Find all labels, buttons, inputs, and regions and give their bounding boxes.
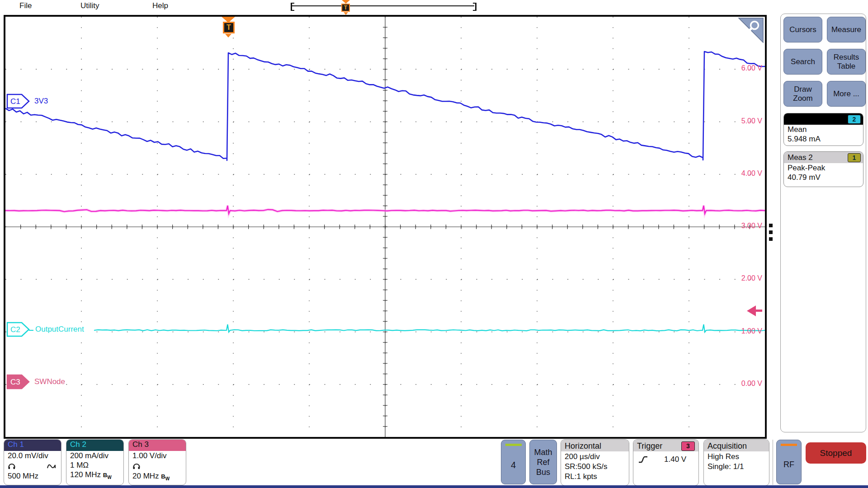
handle-dot [769,224,773,227]
bottom-bar-divider [773,440,773,485]
slider-right-bracket-icon [473,3,476,11]
waveform-display[interactable]: 6.00 V5.00 V4.00 V3.00 V2.00 V1.00 V0.00… [4,15,767,439]
channel-2-badge[interactable]: Ch 2 200 mA/div 1 MΩ 120 MHz BW [66,439,124,485]
channel-1-title: Ch 1 [4,440,61,451]
channel-4-color-bar [505,444,522,446]
measurement-1-source-badge[interactable]: 2 [848,115,861,124]
rf-label: RF [777,460,801,469]
ref-label: Ref [530,457,557,467]
axis-label: 5.00 V [741,117,762,125]
probe-icon [8,463,16,470]
axis-label: 1.00 V [741,327,762,335]
axis-label: 3.00 V [741,222,762,230]
channel-4-label: 4 [501,460,525,470]
panel-button-grid: Cursors Measure Search Results Table Dra… [783,17,866,107]
handle-dot [769,237,773,241]
results-bar-handle[interactable] [769,224,773,244]
channel-badge-c3[interactable]: C3 [6,374,31,390]
cursors-button[interactable]: Cursors [783,17,822,42]
math-ref-bus-button[interactable]: Math Ref Bus [529,440,557,484]
measurement-2-source-badge[interactable]: 1 [848,153,861,162]
measurement-1-name: Mean [784,125,863,134]
measurement-1-value: 5.948 mA [784,134,863,144]
measurement-card-2[interactable]: Meas 2 1 Peak-Peak 40.79 mV [783,151,863,187]
acquisition-single: Single: 1/1 [704,461,769,471]
acquisition-badge[interactable]: Acquisition High Res Single: 1/1 [703,439,769,486]
bandwidth-limit-icon: BW [103,472,112,479]
channel-1-scale: 20.0 mV/div [4,451,61,460]
rising-edge-icon [638,455,649,464]
measurement-2-name: Peak-Peak [784,163,863,173]
acquisition-status-button[interactable]: Stopped [806,442,866,464]
menu-help[interactable]: Help [152,1,168,10]
search-button[interactable]: Search [783,49,822,75]
right-control-panel: Cursors Measure Search Results Table Dra… [780,14,866,432]
horizontal-badge[interactable]: Horizontal 200 µs/div SR:500 kS/s RL:1 k… [561,439,629,486]
channel-label-outputcurrent[interactable]: OutputCurrent [34,325,85,334]
trigger-title: Trigger [637,441,662,451]
channel-badge-c2-label: C2 [10,325,20,334]
trigger-level-arrow-icon[interactable] [747,305,756,316]
channel-label-3v3[interactable]: 3V3 [33,97,49,106]
bus-label: Bus [530,467,557,477]
coupling-icon [47,463,57,470]
axis-label: 6.00 V [741,64,762,72]
trigger-badge[interactable]: Trigger 3 1.40 V [633,439,699,486]
channel-2-scale: 200 mA/div [66,451,123,460]
rf-color-bar [781,444,797,446]
horizontal-title: Horizontal [565,441,601,451]
handle-dot [769,230,773,234]
bandwidth-limit-icon: BW [161,473,170,480]
horizontal-sample-rate: SR:500 kS/s [561,461,629,471]
acquisition-title: Acquisition [708,441,747,451]
channel-4-button[interactable]: 4 [501,440,526,484]
probe-icon [132,463,141,470]
channel-badge-c1[interactable]: C1 [6,93,31,109]
menu-utility[interactable]: Utility [80,1,99,10]
channel-badge-c2[interactable]: C2 [6,321,31,338]
results-table-button[interactable]: Results Table [827,49,866,75]
channel-1-badge[interactable]: Ch 1 20.0 mV/div 500 MHz [4,439,61,485]
slider-track [292,5,474,6]
trigger-source-badge: 3 [681,441,695,451]
zoom-corner-control[interactable] [738,17,765,45]
screen-bottom-strip [0,485,868,488]
horizontal-record-len: RL:1 kpts [561,471,629,481]
slider-left-bracket-icon [291,3,294,11]
channel-3-badge[interactable]: Ch 3 1.00 V/div 20 MHz BW [128,439,186,485]
draw-zoom-button[interactable]: Draw Zoom [783,81,822,107]
trigger-flag-tail-icon [225,34,231,38]
more-button[interactable]: More ... [827,81,866,107]
waveform-canvas[interactable] [5,17,765,437]
acquisition-mode: High Res [704,451,769,461]
channel-3-bandwidth: 20 MHz BW [129,471,186,481]
axis-label: 0.00 V [741,380,762,388]
measure-button[interactable]: Measure [827,17,866,42]
channel-2-termination: 1 MΩ [66,460,123,470]
measurement-2-title: Meas 2 [788,153,813,162]
math-label: Math [530,447,557,457]
outputcurrent-waveform[interactable] [29,324,765,332]
trigger-position-pointer-icon [342,0,350,4]
axis-label: 4.00 V [741,169,762,178]
channel-badge-c3-label: C3 [10,378,20,386]
channel-3-scale: 1.00 V/div [129,451,186,460]
magnifier-icon [738,17,765,45]
menu-file[interactable]: File [19,1,32,10]
trigger-level-arrow-stem [756,310,762,312]
channel-2-title: Ch 2 [66,440,123,451]
trigger-level: 1.40 V [664,455,686,464]
channel-2-bandwidth: 120 MHz BW [66,470,123,480]
trigger-flag-marker[interactable]: T [223,22,235,33]
measurement-card-1[interactable]: 2 Mean 5.948 mA [783,113,863,146]
axis-label: 2.00 V [741,274,762,282]
trigger-position-marker[interactable]: T [341,4,350,12]
oscilloscope-screen: File Utility Help T 6.00 V5.00 V4.00 V3.… [0,0,868,488]
channel-3-title: Ch 3 [129,440,186,451]
measurement-2-value: 40.79 mV [784,173,863,182]
channel-badge-c1-label: C1 [10,97,20,106]
channel-1-bandwidth: 500 MHz [4,471,61,481]
channel-label-swnode[interactable]: SWNode [33,377,66,386]
horizontal-scale: 200 µs/div [561,451,629,461]
rf-button[interactable]: RF [776,440,802,484]
